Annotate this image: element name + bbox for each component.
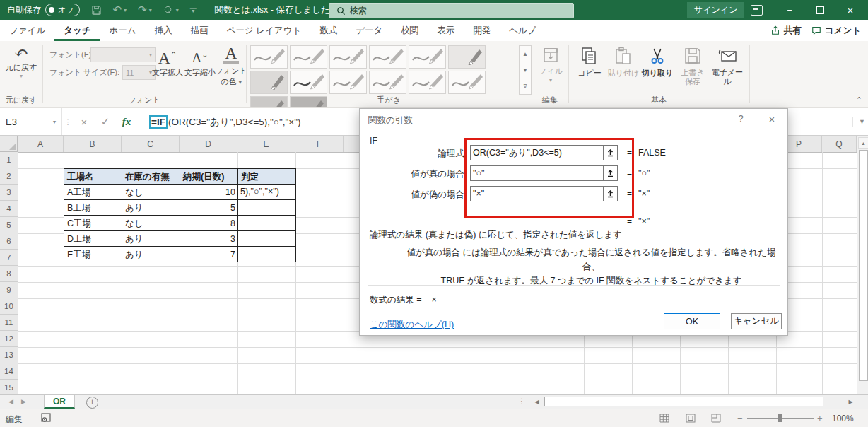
row-header-12[interactable]: 12 bbox=[0, 331, 18, 347]
table-cell[interactable]: なし bbox=[122, 185, 180, 200]
expand-formula-bar-button[interactable]: ▼ bbox=[852, 117, 865, 127]
tab-draw[interactable]: 描画 bbox=[182, 20, 218, 41]
table-header-cell[interactable]: 工場名 bbox=[64, 169, 122, 185]
cancel-button[interactable]: キャンセル bbox=[731, 313, 782, 329]
ok-button[interactable]: OK bbox=[664, 313, 720, 329]
zoom-in-button[interactable]: + bbox=[817, 413, 823, 423]
tab-help[interactable]: ヘルプ bbox=[500, 20, 545, 41]
column-header-B[interactable]: B bbox=[64, 136, 122, 152]
paste-button[interactable]: 貼り付け bbox=[606, 45, 640, 78]
ink-style-tile[interactable] bbox=[329, 45, 367, 69]
table-cell[interactable]: 8 bbox=[180, 216, 238, 231]
scroll-right-icon[interactable]: ▶ bbox=[845, 397, 856, 407]
tab-data[interactable]: データ bbox=[346, 20, 392, 41]
table-cell[interactable] bbox=[238, 247, 296, 262]
ribbon-display-options-button[interactable] bbox=[751, 5, 763, 16]
table-header-cell[interactable]: 判定 bbox=[238, 169, 296, 185]
document-title[interactable]: 関数とは.xlsx - 保存しました▾ bbox=[215, 4, 337, 16]
ink-style-tile[interactable] bbox=[409, 71, 446, 94]
row-header-11[interactable]: 11 bbox=[0, 315, 18, 331]
vertical-scrollbar[interactable]: ▲ ▼ bbox=[857, 136, 868, 406]
ink-style-tile[interactable] bbox=[250, 71, 288, 94]
minimize-button[interactable]: − bbox=[778, 0, 802, 20]
sheet-nav-right-icon[interactable]: ▶ bbox=[21, 398, 26, 405]
email-button[interactable]: 電子メール bbox=[708, 45, 746, 86]
scroll-left-icon[interactable]: ◀ bbox=[532, 397, 542, 407]
name-box-resize-handle[interactable]: ⋮ bbox=[62, 117, 74, 127]
comments-button[interactable]: コメント bbox=[811, 25, 861, 37]
tab-page-layout[interactable]: ページ レイアウト bbox=[218, 20, 311, 41]
scroll-up-icon[interactable]: ▲ bbox=[858, 137, 868, 149]
name-box[interactable]: E3▾ bbox=[0, 108, 62, 135]
tab-view[interactable]: 表示 bbox=[428, 20, 464, 41]
table-cell[interactable]: D工場 bbox=[64, 231, 122, 247]
row-header-10[interactable]: 10 bbox=[0, 298, 18, 315]
macro-record-icon[interactable] bbox=[41, 413, 52, 425]
column-header-F[interactable]: F bbox=[295, 136, 344, 152]
insert-function-button[interactable]: fx bbox=[116, 116, 137, 128]
table-cell[interactable]: 7 bbox=[180, 247, 238, 262]
signin-button[interactable]: サインイン bbox=[687, 2, 744, 18]
tab-home[interactable]: ホーム bbox=[100, 20, 146, 41]
row-header-9[interactable]: 9 bbox=[0, 282, 18, 298]
sheet-tab-or[interactable]: OR bbox=[44, 395, 75, 409]
page-layout-view-icon[interactable] bbox=[686, 414, 696, 425]
page-break-view-icon[interactable] bbox=[711, 414, 721, 425]
save-ribbon-button[interactable]: 上書き保存 bbox=[676, 45, 710, 86]
search-input[interactable]: 検索 bbox=[329, 3, 574, 18]
font-size-dropdown[interactable]: 11▾ bbox=[122, 65, 156, 80]
redo-button[interactable]: ↷▾ bbox=[138, 4, 152, 16]
table-cell[interactable]: E工場 bbox=[64, 247, 122, 262]
function-help-link[interactable]: この関数のヘルプ(H) bbox=[370, 319, 454, 331]
ink-style-tile[interactable] bbox=[290, 45, 327, 69]
tab-review[interactable]: 校閲 bbox=[392, 20, 428, 41]
column-header-C[interactable]: C bbox=[122, 136, 180, 152]
zoom-out-button[interactable]: − bbox=[737, 413, 743, 423]
dialog-close-button[interactable]: × bbox=[764, 113, 780, 125]
normal-view-icon[interactable] bbox=[659, 414, 669, 425]
font-name-dropdown[interactable]: ▾ bbox=[90, 47, 156, 62]
gallery-down-button[interactable]: ▼ bbox=[519, 62, 532, 78]
ink-style-tile[interactable] bbox=[409, 45, 446, 69]
factory-table[interactable]: 工場名在庫の有無納期(日数)判定A工場なし10B工場あり5C工場なし8D工場あり… bbox=[64, 168, 296, 262]
share-button[interactable]: 共有 bbox=[770, 25, 802, 37]
zoom-level[interactable]: 100% bbox=[832, 414, 854, 423]
table-cell[interactable]: A工場 bbox=[64, 185, 122, 200]
maximize-button[interactable] bbox=[808, 0, 832, 20]
ink-style-tile[interactable] bbox=[369, 45, 406, 69]
vertical-scroll-thumb[interactable] bbox=[859, 150, 868, 381]
table-header-cell[interactable]: 在庫の有無 bbox=[122, 169, 180, 185]
table-cell[interactable]: 5 bbox=[180, 200, 238, 216]
zoom-slider-thumb[interactable] bbox=[778, 414, 782, 422]
row-header-14[interactable]: 14 bbox=[0, 363, 18, 380]
column-header-A[interactable]: A bbox=[18, 136, 64, 152]
select-all-corner[interactable] bbox=[0, 136, 18, 152]
shrink-font-button[interactable]: A⌄ 文字縮小 bbox=[184, 45, 216, 78]
column-header-D[interactable]: D bbox=[180, 136, 237, 152]
font-color-button[interactable]: A フォント の色 ▾ bbox=[215, 45, 247, 87]
undo-big-button[interactable]: ↶ 元に戻す ▾ bbox=[5, 44, 37, 79]
row-header-3[interactable]: 3 bbox=[0, 185, 18, 201]
row-header-8[interactable]: 8 bbox=[0, 266, 18, 282]
tab-touch[interactable]: タッチ bbox=[54, 20, 100, 41]
table-cell[interactable] bbox=[238, 200, 296, 216]
table-cell[interactable]: B工場 bbox=[64, 200, 122, 216]
table-cell[interactable]: 10 bbox=[180, 185, 238, 200]
save-button[interactable] bbox=[91, 5, 102, 16]
table-cell[interactable]: あり bbox=[122, 231, 180, 247]
cancel-formula-button[interactable]: × bbox=[74, 116, 95, 128]
autosave-toggle[interactable]: オフ bbox=[45, 4, 80, 16]
tab-developer[interactable]: 開発 bbox=[464, 20, 500, 41]
close-button[interactable]: × bbox=[838, 0, 862, 20]
table-cell[interactable] bbox=[238, 231, 296, 247]
scrollbar-resize-handle[interactable]: ⋮ bbox=[518, 397, 526, 405]
row-header-6[interactable]: 6 bbox=[0, 233, 18, 250]
row-header-13[interactable]: 13 bbox=[0, 347, 18, 363]
column-header-Q[interactable]: Q bbox=[822, 136, 857, 152]
row-header-7[interactable]: 7 bbox=[0, 250, 18, 266]
dialog-help-button[interactable]: ? bbox=[733, 113, 749, 124]
ink-style-tile[interactable] bbox=[369, 71, 406, 94]
gallery-up-button[interactable]: ▲ bbox=[519, 45, 532, 62]
grow-font-button[interactable]: A⌃ 文字拡大 bbox=[151, 45, 184, 78]
gallery-more-button[interactable]: ⊽ bbox=[519, 78, 532, 95]
